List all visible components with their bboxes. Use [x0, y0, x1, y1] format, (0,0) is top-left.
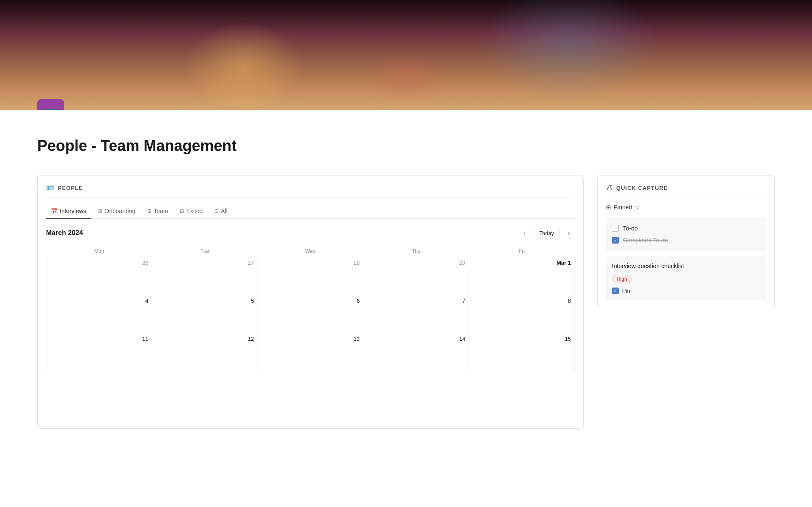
quick-capture-header: 🖨 QUICK CAPTURE — [606, 184, 766, 197]
weekday-wed: Wed — [258, 246, 363, 257]
pinned-header[interactable]: ⊞ Pinned ∨ — [606, 204, 766, 211]
people-tabs: 📅 Interviews ⊞ Onboarding ⊞ Team ⊟ Exite… — [46, 204, 575, 219]
calendar-header: March 2024 ‹ Today › — [46, 227, 575, 239]
tab-onboarding[interactable]: ⊞ Onboarding — [93, 204, 140, 219]
tab-interviews-icon: 📅 — [51, 208, 58, 214]
pin-item: Pin — [612, 288, 760, 294]
todo-label-2: Completed To-do — [623, 237, 668, 244]
main-content: 🪪 PEOPLE 📅 Interviews ⊞ Onboarding ⊞ Tea… — [0, 165, 812, 439]
page-header: People - Team Management — [0, 110, 812, 165]
todo-section: To-do Completed To-do — [606, 217, 766, 251]
people-panel-icon: 🪪 — [46, 184, 55, 192]
people-panel-title: PEOPLE — [58, 185, 83, 191]
calendar-day[interactable]: 11 — [47, 333, 152, 371]
interview-question-card: Interview question checklist High Pin — [606, 256, 766, 300]
tab-all[interactable]: ⊟ All — [209, 204, 233, 219]
quick-capture-title: QUICK CAPTURE — [616, 185, 668, 191]
calendar-day[interactable]: 27 — [152, 257, 258, 295]
calendar-weekdays-row: Mon Tue Wed Thu Fri — [47, 246, 575, 257]
tab-exited-label: Exited — [186, 208, 203, 214]
priority-badge: High — [612, 275, 632, 283]
calendar-week-1: 26 27 28 29 Mar 1 — [47, 257, 575, 295]
calendar-day[interactable]: Mar 1 — [469, 257, 575, 295]
tab-onboarding-icon: ⊞ — [98, 208, 102, 214]
calendar-week-2: 4 5 6 7 8 — [47, 295, 575, 333]
tab-onboarding-label: Onboarding — [104, 208, 135, 214]
calendar-navigation: ‹ Today › — [518, 227, 575, 239]
pinned-chevron-icon: ∨ — [636, 204, 639, 210]
calendar-day[interactable]: 4 — [47, 295, 152, 333]
tab-all-icon: ⊟ — [214, 208, 219, 214]
calendar-day[interactable]: 12 — [152, 333, 258, 371]
calendar-day[interactable]: 28 — [258, 257, 363, 295]
tab-interviews-label: Interviews — [60, 208, 86, 214]
calendar-day[interactable]: 14 — [363, 333, 469, 371]
calendar-day[interactable]: 6 — [258, 295, 363, 333]
pinned-label: Pinned — [614, 204, 632, 211]
weekday-fri: Fri — [469, 246, 575, 257]
todo-checkbox-1[interactable] — [612, 225, 619, 232]
calendar-day[interactable]: 8 — [469, 295, 575, 333]
todo-item-1: To-do — [612, 222, 760, 234]
calendar-prev-button[interactable]: ‹ — [518, 227, 530, 239]
pin-label: Pin — [622, 288, 630, 294]
calendar-day[interactable]: 13 — [258, 333, 363, 371]
page-title: People - Team Management — [37, 137, 775, 155]
quick-capture-panel: 🖨 QUICK CAPTURE ⊞ Pinned ∨ To-do Complet… — [597, 175, 775, 309]
tab-team-icon: ⊞ — [147, 208, 151, 214]
people-panel-header: 🪪 PEOPLE — [46, 184, 575, 197]
calendar-week-3: 11 12 13 14 15 — [47, 333, 575, 371]
tab-interviews[interactable]: 📅 Interviews — [46, 204, 91, 219]
tab-exited-icon: ⊟ — [180, 208, 184, 214]
tab-team[interactable]: ⊞ Team — [142, 204, 173, 219]
page-icon: 🪪 — [37, 99, 64, 110]
weekday-thu: Thu — [363, 246, 469, 257]
calendar-grid: Mon Tue Wed Thu Fri 26 27 28 29 Mar 1 4 — [46, 246, 575, 371]
weekday-mon: Mon — [47, 246, 152, 257]
tab-exited[interactable]: ⊟ Exited — [175, 204, 208, 219]
calendar-day[interactable]: 15 — [469, 333, 575, 371]
page-banner: 🪪 — [0, 0, 812, 110]
quick-capture-icon: 🖨 — [606, 184, 613, 192]
todo-checkbox-2[interactable] — [612, 237, 619, 244]
tab-team-label: Team — [154, 208, 168, 214]
todo-item-2: Completed To-do — [612, 234, 760, 246]
pin-checkbox[interactable] — [612, 288, 619, 294]
calendar-next-button[interactable]: › — [563, 227, 575, 239]
calendar-day[interactable]: 7 — [363, 295, 469, 333]
interview-card-title: Interview question checklist — [612, 262, 760, 271]
weekday-tue: Tue — [152, 246, 258, 257]
todo-label-1: To-do — [623, 225, 638, 232]
tab-all-label: All — [221, 208, 228, 214]
calendar-month-year: March 2024 — [46, 229, 83, 237]
calendar-day[interactable]: 5 — [152, 295, 258, 333]
pinned-icon: ⊞ — [606, 204, 611, 211]
calendar-day[interactable]: 29 — [363, 257, 469, 295]
calendar-day[interactable]: 26 — [47, 257, 152, 295]
people-panel: 🪪 PEOPLE 📅 Interviews ⊞ Onboarding ⊞ Tea… — [37, 175, 584, 429]
calendar-today-button[interactable]: Today — [534, 228, 560, 238]
